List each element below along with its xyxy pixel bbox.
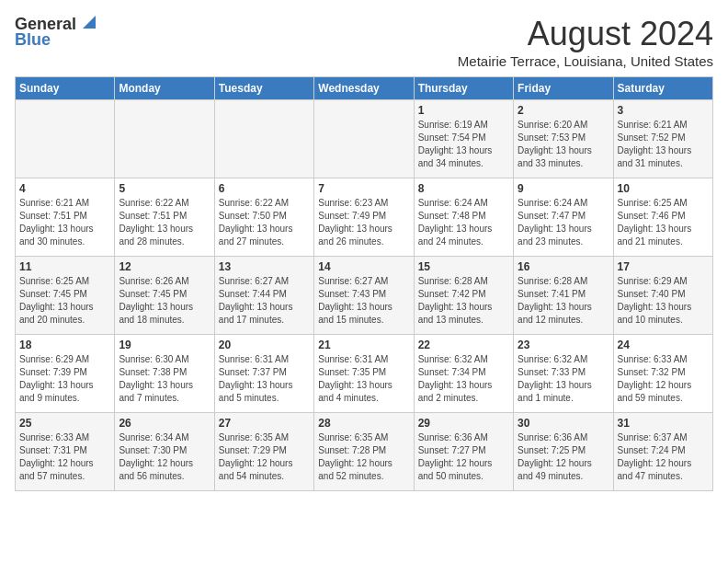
day-number: 16 xyxy=(518,260,609,273)
calendar-cell: 16Sunrise: 6:28 AM Sunset: 7:41 PM Dayli… xyxy=(514,257,613,335)
cell-content: Sunrise: 6:35 AM Sunset: 7:28 PM Dayligh… xyxy=(318,431,409,483)
day-number: 11 xyxy=(19,260,110,273)
day-number: 18 xyxy=(19,339,110,351)
cell-content: Sunrise: 6:20 AM Sunset: 7:53 PM Dayligh… xyxy=(518,119,609,170)
calendar-cell: 17Sunrise: 6:29 AM Sunset: 7:40 PM Dayli… xyxy=(613,257,712,335)
cell-content: Sunrise: 6:27 AM Sunset: 7:43 PM Dayligh… xyxy=(318,275,409,327)
calendar-cell: 20Sunrise: 6:31 AM Sunset: 7:37 PM Dayli… xyxy=(214,335,313,413)
cell-content: Sunrise: 6:32 AM Sunset: 7:34 PM Dayligh… xyxy=(418,353,509,405)
calendar-day-header: Friday xyxy=(514,77,613,100)
cell-content: Sunrise: 6:32 AM Sunset: 7:33 PM Dayligh… xyxy=(518,353,609,405)
day-number: 17 xyxy=(618,260,709,273)
cell-content: Sunrise: 6:27 AM Sunset: 7:44 PM Dayligh… xyxy=(219,275,310,327)
logo-blue-text: Blue xyxy=(15,30,51,50)
title-section: August 2024 Metairie Terrace, Louisiana,… xyxy=(458,15,713,69)
day-number: 25 xyxy=(19,417,110,430)
day-number: 2 xyxy=(518,104,609,117)
day-number: 30 xyxy=(518,417,609,430)
calendar-cell: 8Sunrise: 6:24 AM Sunset: 7:48 PM Daylig… xyxy=(414,178,513,257)
day-number: 27 xyxy=(219,417,310,430)
day-number: 31 xyxy=(618,417,709,430)
calendar-day-header: Thursday xyxy=(414,77,513,100)
calendar-cell: 11Sunrise: 6:25 AM Sunset: 7:45 PM Dayli… xyxy=(16,257,115,335)
cell-content: Sunrise: 6:29 AM Sunset: 7:40 PM Dayligh… xyxy=(618,275,709,327)
cell-content: Sunrise: 6:21 AM Sunset: 7:51 PM Dayligh… xyxy=(19,197,110,248)
day-number: 19 xyxy=(119,339,210,351)
day-number: 26 xyxy=(119,417,210,430)
calendar-cell: 9Sunrise: 6:24 AM Sunset: 7:47 PM Daylig… xyxy=(514,178,613,257)
day-number: 24 xyxy=(618,339,709,351)
svg-marker-0 xyxy=(83,16,96,29)
calendar-week-row: 1Sunrise: 6:19 AM Sunset: 7:54 PM Daylig… xyxy=(16,100,713,178)
cell-content: Sunrise: 6:33 AM Sunset: 7:32 PM Dayligh… xyxy=(618,353,709,405)
day-number: 12 xyxy=(119,260,210,273)
calendar-cell: 29Sunrise: 6:36 AM Sunset: 7:27 PM Dayli… xyxy=(414,413,513,491)
calendar-cell: 12Sunrise: 6:26 AM Sunset: 7:45 PM Dayli… xyxy=(115,257,214,335)
day-number: 23 xyxy=(518,339,609,351)
calendar-cell: 30Sunrise: 6:36 AM Sunset: 7:25 PM Dayli… xyxy=(514,413,613,491)
day-number: 10 xyxy=(618,182,709,195)
calendar-cell: 3Sunrise: 6:21 AM Sunset: 7:52 PM Daylig… xyxy=(613,100,712,178)
cell-content: Sunrise: 6:36 AM Sunset: 7:25 PM Dayligh… xyxy=(518,431,609,483)
day-number: 1 xyxy=(418,104,509,117)
calendar-cell: 31Sunrise: 6:37 AM Sunset: 7:24 PM Dayli… xyxy=(613,413,712,491)
calendar-cell: 21Sunrise: 6:31 AM Sunset: 7:35 PM Dayli… xyxy=(314,335,414,413)
cell-content: Sunrise: 6:22 AM Sunset: 7:51 PM Dayligh… xyxy=(119,197,210,248)
month-title: August 2024 xyxy=(458,15,713,53)
calendar-cell: 7Sunrise: 6:23 AM Sunset: 7:49 PM Daylig… xyxy=(314,178,414,257)
calendar-cell: 25Sunrise: 6:33 AM Sunset: 7:31 PM Dayli… xyxy=(16,413,115,491)
cell-content: Sunrise: 6:35 AM Sunset: 7:29 PM Dayligh… xyxy=(219,431,310,483)
cell-content: Sunrise: 6:28 AM Sunset: 7:41 PM Dayligh… xyxy=(518,275,609,327)
calendar-week-row: 18Sunrise: 6:29 AM Sunset: 7:39 PM Dayli… xyxy=(16,335,713,413)
calendar-cell xyxy=(16,100,115,178)
calendar-day-header: Saturday xyxy=(613,77,712,100)
calendar-cell: 27Sunrise: 6:35 AM Sunset: 7:29 PM Dayli… xyxy=(214,413,313,491)
calendar-table: SundayMondayTuesdayWednesdayThursdayFrid… xyxy=(15,76,713,491)
calendar-day-header: Sunday xyxy=(16,77,115,100)
calendar-week-row: 11Sunrise: 6:25 AM Sunset: 7:45 PM Dayli… xyxy=(16,257,713,335)
calendar-header-row: SundayMondayTuesdayWednesdayThursdayFrid… xyxy=(16,77,713,100)
calendar-cell: 18Sunrise: 6:29 AM Sunset: 7:39 PM Dayli… xyxy=(16,335,115,413)
day-number: 14 xyxy=(318,260,409,273)
day-number: 22 xyxy=(418,339,509,351)
cell-content: Sunrise: 6:30 AM Sunset: 7:38 PM Dayligh… xyxy=(119,353,210,405)
logo: General Blue xyxy=(15,15,96,50)
calendar-cell xyxy=(214,100,313,178)
cell-content: Sunrise: 6:31 AM Sunset: 7:37 PM Dayligh… xyxy=(219,353,310,405)
calendar-cell: 4Sunrise: 6:21 AM Sunset: 7:51 PM Daylig… xyxy=(16,178,115,257)
day-number: 3 xyxy=(618,104,709,117)
calendar-cell: 14Sunrise: 6:27 AM Sunset: 7:43 PM Dayli… xyxy=(314,257,414,335)
calendar-cell xyxy=(115,100,214,178)
cell-content: Sunrise: 6:31 AM Sunset: 7:35 PM Dayligh… xyxy=(318,353,409,405)
calendar-week-row: 25Sunrise: 6:33 AM Sunset: 7:31 PM Dayli… xyxy=(16,413,713,491)
day-number: 4 xyxy=(19,182,110,195)
location-text: Metairie Terrace, Louisiana, United Stat… xyxy=(458,53,713,69)
calendar-cell: 22Sunrise: 6:32 AM Sunset: 7:34 PM Dayli… xyxy=(414,335,513,413)
calendar-cell: 19Sunrise: 6:30 AM Sunset: 7:38 PM Dayli… xyxy=(115,335,214,413)
page-header: General Blue August 2024 Metairie Terrac… xyxy=(15,15,713,69)
cell-content: Sunrise: 6:26 AM Sunset: 7:45 PM Dayligh… xyxy=(119,275,210,327)
calendar-cell xyxy=(314,100,414,178)
calendar-cell: 6Sunrise: 6:22 AM Sunset: 7:50 PM Daylig… xyxy=(214,178,313,257)
calendar-cell: 26Sunrise: 6:34 AM Sunset: 7:30 PM Dayli… xyxy=(115,413,214,491)
day-number: 6 xyxy=(219,182,310,195)
day-number: 13 xyxy=(219,260,310,273)
cell-content: Sunrise: 6:22 AM Sunset: 7:50 PM Dayligh… xyxy=(219,197,310,248)
calendar-day-header: Monday xyxy=(115,77,214,100)
cell-content: Sunrise: 6:37 AM Sunset: 7:24 PM Dayligh… xyxy=(618,431,709,483)
day-number: 15 xyxy=(418,260,509,273)
calendar-cell: 23Sunrise: 6:32 AM Sunset: 7:33 PM Dayli… xyxy=(514,335,613,413)
day-number: 28 xyxy=(318,417,409,430)
day-number: 7 xyxy=(318,182,409,195)
cell-content: Sunrise: 6:24 AM Sunset: 7:48 PM Dayligh… xyxy=(418,197,509,248)
cell-content: Sunrise: 6:36 AM Sunset: 7:27 PM Dayligh… xyxy=(418,431,509,483)
day-number: 8 xyxy=(418,182,509,195)
day-number: 21 xyxy=(318,339,409,351)
day-number: 9 xyxy=(518,182,609,195)
cell-content: Sunrise: 6:25 AM Sunset: 7:46 PM Dayligh… xyxy=(618,197,709,248)
calendar-cell: 10Sunrise: 6:25 AM Sunset: 7:46 PM Dayli… xyxy=(613,178,712,257)
calendar-cell: 5Sunrise: 6:22 AM Sunset: 7:51 PM Daylig… xyxy=(115,178,214,257)
cell-content: Sunrise: 6:29 AM Sunset: 7:39 PM Dayligh… xyxy=(19,353,110,405)
calendar-cell: 2Sunrise: 6:20 AM Sunset: 7:53 PM Daylig… xyxy=(514,100,613,178)
calendar-cell: 24Sunrise: 6:33 AM Sunset: 7:32 PM Dayli… xyxy=(613,335,712,413)
